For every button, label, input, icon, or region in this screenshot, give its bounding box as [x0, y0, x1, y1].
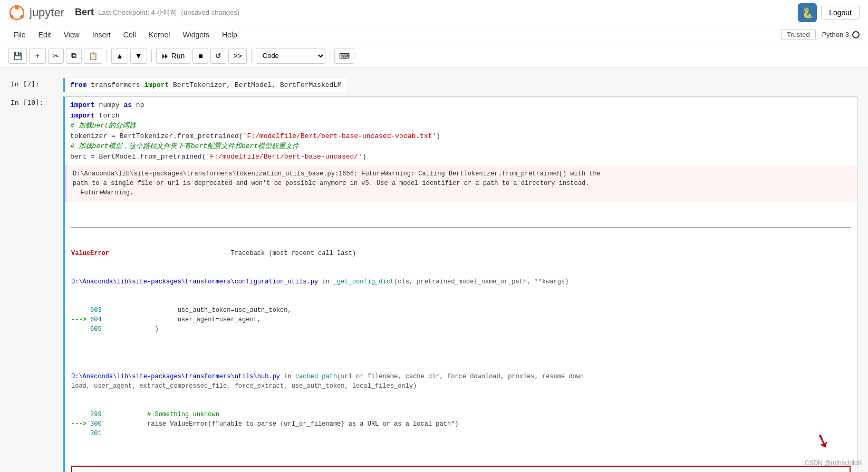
- traceback-header: ValueError Traceback (most recent call l…: [71, 249, 851, 258]
- trusted-badge: Trusted: [781, 29, 816, 40]
- run-icon: ⏭: [162, 52, 169, 60]
- keyboard-shortcuts-button[interactable]: ⌨: [334, 48, 354, 64]
- keyword-from: from: [70, 81, 86, 89]
- jupyter-logo: [8, 4, 25, 21]
- main-content: In [7]: from transformers import BertTok…: [0, 67, 868, 472]
- logout-button[interactable]: Logout: [821, 6, 860, 19]
- separator3: [251, 50, 252, 62]
- traceback-file2: D:\Anaconda\lib\site-packages\transforme…: [71, 372, 851, 391]
- menu-help[interactable]: Help: [217, 28, 243, 41]
- menubar: File Edit View Insert Cell Kernel Widget…: [0, 25, 868, 44]
- output-warning: D:\Anaconda\lib\site-packages\transforme…: [65, 165, 857, 202]
- cell-7-prompt: In [7]:: [11, 78, 63, 88]
- cell-10-container: In [10]: import numpy as np import torch…: [11, 96, 857, 472]
- restart-button[interactable]: ↺: [210, 48, 226, 64]
- navbar: jupyter Bert Last Checkpoint: 4 小时前 (uns…: [0, 0, 868, 25]
- svg-point-2: [10, 15, 13, 18]
- cell-7-container: In [7]: from transformers import BertTok…: [11, 78, 857, 92]
- cell-10-code[interactable]: import numpy as np import torch # 加载bert…: [65, 97, 857, 165]
- cell-10-prompt: In [10]:: [11, 96, 63, 106]
- menu-widgets[interactable]: Widgets: [177, 28, 215, 41]
- separator4: [330, 50, 330, 62]
- restart-run-button[interactable]: >>: [228, 48, 246, 64]
- logo-area: jupyter: [8, 4, 64, 21]
- error-box: ValueError: unable to parse F:/modelfile…: [71, 466, 851, 472]
- move-up-button[interactable]: ▲: [111, 48, 128, 64]
- menu-edit[interactable]: Edit: [33, 28, 56, 41]
- separator2: [151, 50, 152, 62]
- stop-button[interactable]: ■: [192, 48, 208, 64]
- svg-point-3: [20, 15, 23, 18]
- watermark: CSDN @rothschildhl: [805, 459, 863, 467]
- cell-type-select[interactable]: Code Markdown Raw NBConvert: [256, 48, 325, 64]
- menu-cell[interactable]: Cell: [118, 28, 141, 41]
- toolbar: 💾 ＋ ✂ ⧉ 📋 ▲ ▼ ⏭ Run ■ ↺ >> Code Markdown…: [0, 44, 868, 67]
- checkpoint-info: Last Checkpoint: 4 小时前 (unsaved changes): [98, 8, 239, 17]
- traceback-lines1: 603 use_auth_token=use_auth_token, ---> …: [71, 306, 851, 334]
- kernel-info: Python 3: [822, 31, 860, 38]
- kernel-status-circle: [852, 31, 860, 38]
- brand-name: jupyter: [30, 6, 64, 19]
- cell-10-content: import numpy as np import torch # 加载bert…: [63, 96, 857, 472]
- svg-point-1: [15, 5, 19, 9]
- keyword-import: import: [144, 81, 169, 89]
- traceback-lines2: 299 # Something unknown ---> 300 raise V…: [71, 410, 851, 438]
- run-button[interactable]: ⏭ Run: [156, 48, 191, 64]
- add-cell-button[interactable]: ＋: [29, 48, 46, 64]
- notebook-title: Bert: [75, 7, 94, 18]
- separator1: [107, 50, 107, 62]
- cell-7-code[interactable]: from transformers import BertTokenizer, …: [63, 78, 347, 92]
- traceback-file1: D:\Anaconda\lib\site-packages\transforme…: [71, 277, 851, 287]
- error-divider: [71, 227, 851, 228]
- menu-insert[interactable]: Insert: [87, 28, 116, 41]
- move-down-button[interactable]: ▼: [130, 48, 147, 64]
- save-button[interactable]: 💾: [8, 48, 27, 64]
- cut-button[interactable]: ✂: [48, 48, 64, 64]
- paste-button[interactable]: 📋: [84, 48, 102, 64]
- svg-text:🐍: 🐍: [802, 7, 814, 19]
- menu-file[interactable]: File: [8, 28, 31, 41]
- menu-kernel[interactable]: Kernel: [143, 28, 175, 41]
- menu-view[interactable]: View: [59, 28, 85, 41]
- python-icon: 🐍: [798, 3, 817, 22]
- copy-button[interactable]: ⧉: [66, 48, 82, 64]
- output-error: ValueError Traceback (most recent call l…: [65, 202, 857, 461]
